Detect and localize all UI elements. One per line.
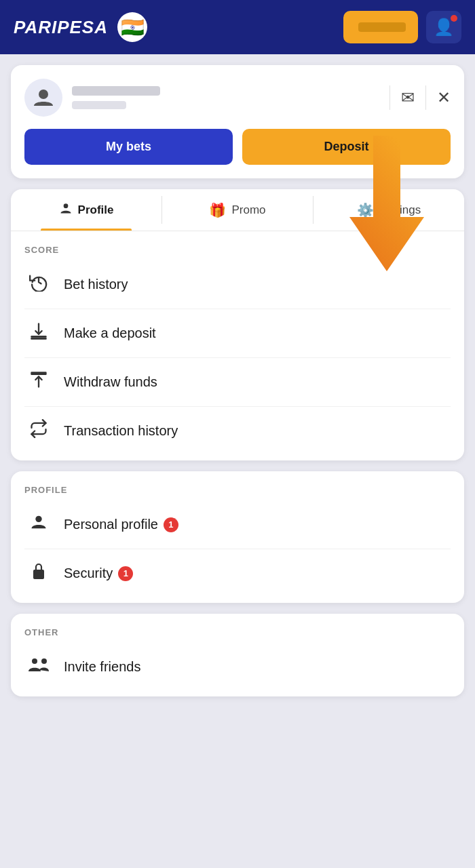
security-label: Security xyxy=(64,566,113,581)
other-section: OTHER Invite friends xyxy=(11,614,464,696)
svg-point-4 xyxy=(35,516,41,522)
invite-friends-label: Invite friends xyxy=(64,659,140,675)
close-button[interactable]: ✕ xyxy=(437,88,451,107)
other-section-card: OTHER Invite friends xyxy=(11,614,464,696)
other-heading: OTHER xyxy=(24,627,451,637)
close-icon: ✕ xyxy=(437,88,451,107)
bet-history-label: Bet history xyxy=(64,277,128,292)
main-content: ✉ ✕ My bets Deposit xyxy=(0,54,475,707)
tab-settings-label: Settings xyxy=(379,203,421,217)
user-card: ✉ ✕ My bets Deposit xyxy=(11,65,464,178)
svg-point-0 xyxy=(39,90,48,99)
score-heading: SCORE xyxy=(24,245,451,255)
balance-value xyxy=(358,22,406,32)
profile-section-card: PROFILE Personal profile 1 xyxy=(11,471,464,603)
security-right: Security 1 xyxy=(64,566,133,581)
svg-point-7 xyxy=(41,658,47,664)
transaction-history-item[interactable]: Transaction history xyxy=(24,407,451,455)
security-icon xyxy=(27,561,50,585)
personal-profile-badge: 1 xyxy=(164,517,178,532)
deposit-button[interactable]: Deposit xyxy=(242,129,451,165)
make-deposit-item[interactable]: Make a deposit xyxy=(24,309,451,358)
divider xyxy=(390,85,390,110)
header-left: PARIPESA 🇮🇳 xyxy=(14,12,147,42)
user-card-top: ✉ ✕ xyxy=(24,79,451,117)
security-item[interactable]: Security 1 xyxy=(24,549,451,597)
user-card-buttons: My bets Deposit xyxy=(24,129,451,165)
svg-point-1 xyxy=(63,203,68,208)
svg-rect-5 xyxy=(33,570,44,579)
app-header: PARIPESA 🇮🇳 👤 xyxy=(0,0,475,54)
profile-heading: PROFILE xyxy=(24,485,451,495)
promo-tab-icon: 🎁 xyxy=(209,202,226,218)
header-right: 👤 xyxy=(343,11,461,43)
mail-icon: ✉ xyxy=(401,88,415,107)
transaction-history-icon xyxy=(27,419,50,443)
mail-button[interactable]: ✉ xyxy=(401,88,415,107)
bet-history-icon xyxy=(27,273,50,296)
notification-dot xyxy=(451,15,457,22)
user-id-blurred xyxy=(72,101,126,109)
withdraw-item[interactable]: Withdraw funds xyxy=(24,358,451,407)
user-card-actions: ✉ ✕ xyxy=(379,85,451,110)
balance-button[interactable] xyxy=(343,11,418,43)
divider2 xyxy=(425,85,426,110)
user-avatar xyxy=(24,79,62,117)
personal-profile-item[interactable]: Personal profile 1 xyxy=(24,500,451,549)
svg-point-6 xyxy=(32,658,37,664)
nav-tabs-card: Profile 🎁 Promo ⚙️ Settings SCORE xyxy=(11,189,464,460)
invite-friends-item[interactable]: Invite friends xyxy=(24,643,451,691)
personal-profile-label: Personal profile xyxy=(64,517,158,532)
withdraw-icon xyxy=(27,370,50,394)
my-bets-button[interactable]: My bets xyxy=(24,129,233,165)
score-section: SCORE Bet history xyxy=(11,231,464,460)
withdraw-label: Withdraw funds xyxy=(64,374,157,390)
personal-profile-right: Personal profile 1 xyxy=(64,517,178,532)
tab-promo[interactable]: 🎁 Promo xyxy=(162,189,313,231)
nav-tabs: Profile 🎁 Promo ⚙️ Settings xyxy=(11,189,464,231)
user-menu-button[interactable]: 👤 xyxy=(426,11,461,43)
bet-history-item[interactable]: Bet history xyxy=(24,260,451,309)
make-deposit-label: Make a deposit xyxy=(64,326,156,341)
transaction-history-label: Transaction history xyxy=(64,423,178,439)
user-name-blurred xyxy=(72,86,160,96)
svg-rect-3 xyxy=(31,372,46,374)
profile-section: PROFILE Personal profile 1 xyxy=(11,471,464,603)
settings-tab-icon: ⚙️ xyxy=(357,202,374,218)
invite-friends-icon xyxy=(27,655,50,679)
tab-profile-label: Profile xyxy=(78,203,114,217)
country-flag[interactable]: 🇮🇳 xyxy=(117,12,147,42)
tab-profile[interactable]: Profile xyxy=(11,189,162,231)
logo: PARIPESA xyxy=(14,17,108,38)
security-badge: 1 xyxy=(118,566,133,581)
personal-profile-icon xyxy=(27,513,50,536)
profile-tab-icon xyxy=(59,201,73,218)
svg-rect-2 xyxy=(31,337,46,340)
user-info xyxy=(72,86,379,109)
tab-settings[interactable]: ⚙️ Settings xyxy=(314,189,464,231)
tab-promo-label: Promo xyxy=(231,203,265,217)
deposit-icon xyxy=(27,321,50,345)
